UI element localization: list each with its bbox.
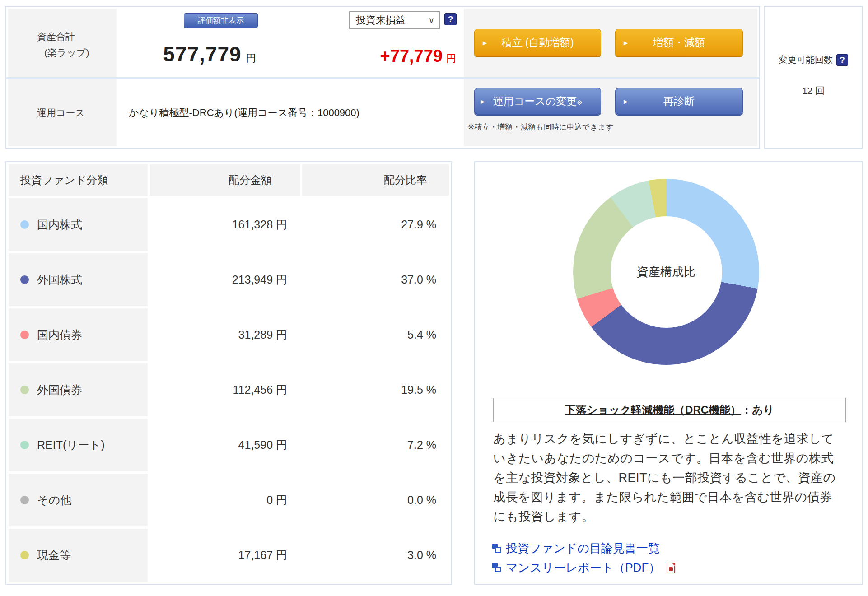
tsumitate-button[interactable]: ▶ 積立 (自動増額) <box>474 29 601 56</box>
table-row-ratio: 5.4 % <box>302 308 449 361</box>
course-row-label: 運用コース <box>8 79 117 146</box>
category-name: 国内債券 <box>37 327 82 342</box>
course-description: あまりリスクを気にしすぎずに、とことん収益性を追求して いきたいあなたのためのコ… <box>493 429 847 526</box>
category-name: REIT(リート) <box>37 438 105 452</box>
popup-window-icon <box>492 544 501 553</box>
asset-composition-donut-chart: 資産構成比 <box>573 179 759 365</box>
allocation-table-card: 投資ファンド分類 配分金額 配分比率 国内株式 161,328 円 27.9 %… <box>5 161 452 585</box>
course-change-note-mark: ※ <box>577 99 582 106</box>
drc-heading: 下落ショック軽減機能（DRC機能） <box>565 403 741 417</box>
prospectus-link[interactable]: 投資ファンドの目論見書一覧 <box>492 540 660 556</box>
table-row-amount: 31,289 円 <box>150 308 300 361</box>
table-row-amount: 0 円 <box>150 474 300 526</box>
asset-total-label: 資産合計 (楽ラップ) <box>8 9 117 77</box>
arrow-right-icon: ▶ <box>624 29 628 56</box>
arrow-right-icon: ▶ <box>481 88 485 114</box>
zougaku-gengaku-button[interactable]: ▶ 増額・減額 <box>615 29 743 56</box>
table-row-amount: 17,167 円 <box>150 529 300 582</box>
category-dot <box>20 551 29 559</box>
rediagnose-button[interactable]: ▶ 再診断 <box>615 88 743 115</box>
table-row-amount: 112,456 円 <box>150 363 300 416</box>
category-name: その他 <box>37 493 71 508</box>
profit-loss-value: +77,779 <box>380 47 443 65</box>
header-allocation-ratio: 配分比率 <box>302 164 449 196</box>
category-name: 国内株式 <box>37 217 82 232</box>
profit-loss-period-value: 投資来損益 <box>356 14 406 26</box>
drc-status: ：あり <box>741 403 774 417</box>
tsumitate-button-label: 積立 (自動増額) <box>502 37 574 48</box>
table-row-ratio: 27.9 % <box>302 198 449 251</box>
category-dot <box>20 275 29 284</box>
category-dot <box>20 496 29 504</box>
category-name: 外国債券 <box>37 382 82 397</box>
table-row-amount: 213,949 円 <box>150 253 300 306</box>
change-count-help-icon[interactable]: ? <box>836 54 848 66</box>
course-change-button[interactable]: ▶ 運用コースの変更※ <box>474 88 601 115</box>
table-row-label: 外国債券 <box>9 363 148 416</box>
total-asset-amount: 577,779円 <box>115 42 304 66</box>
monthly-report-link-label: マンスリーレポート（PDF） <box>506 560 660 576</box>
course-value: かなり積極型-DRCあり(運用コース番号：1000900) <box>129 79 359 146</box>
prospectus-link-label: 投資ファンドの目論見書一覧 <box>506 540 660 556</box>
table-row-ratio: 0.0 % <box>302 474 449 526</box>
table-row-label: REIT(リート) <box>9 419 148 471</box>
simultaneous-apply-note: ※積立・増額・減額も同時に申込できます <box>468 122 614 132</box>
change-count-label: 変更可能回数 <box>779 55 833 65</box>
arrow-right-icon: ▶ <box>483 29 487 56</box>
hide-valuation-button[interactable]: 評価額非表示 <box>184 13 258 28</box>
rediagnose-label: 再診断 <box>663 95 695 107</box>
change-count-panel: 変更可能回数? 12 回 <box>764 6 863 149</box>
header-fund-category: 投資ファンド分類 <box>9 164 148 196</box>
table-row-label: 外国株式 <box>9 253 148 306</box>
category-dot <box>20 386 29 394</box>
category-name: 現金等 <box>37 548 71 563</box>
row-divider <box>6 77 759 79</box>
header-allocation-amount: 配分金額 <box>150 164 300 196</box>
table-row-label: その他 <box>9 474 148 526</box>
table-row-amount: 41,590 円 <box>150 419 300 471</box>
table-row-label: 国内株式 <box>9 198 148 251</box>
table-row-label: 国内債券 <box>9 308 148 361</box>
donut-center-label: 資産構成比 <box>637 264 695 280</box>
profit-loss-period-select[interactable]: 投資来損益 ∨ <box>349 11 440 29</box>
change-count-row: 変更可能回数? <box>765 54 862 66</box>
table-row-ratio: 7.2 % <box>302 419 449 471</box>
monthly-report-link[interactable]: マンスリーレポート（PDF） <box>492 560 675 576</box>
category-name: 外国株式 <box>37 272 82 287</box>
donut-hole: 資産構成比 <box>611 216 722 328</box>
profit-loss-amount: +77,779円 <box>304 47 456 66</box>
category-dot <box>20 220 29 229</box>
zougaku-button-label: 増額・減額 <box>653 37 705 48</box>
chevron-down-icon: ∨ <box>429 12 434 28</box>
drc-feature-box: 下落ショック軽減機能（DRC機能）：あり <box>493 398 846 422</box>
page: 資産合計 (楽ラップ) 評価額非表示 577,779円 投資来損益 ∨ ? +7… <box>0 0 868 596</box>
table-row-ratio: 37.0 % <box>302 253 449 306</box>
asset-total-label-line2: (楽ラップ) <box>44 47 89 59</box>
table-row-label: 現金等 <box>9 529 148 582</box>
total-amount-value: 577,779 <box>163 42 241 66</box>
popup-window-icon <box>492 563 501 572</box>
allocation-table: 投資ファンド分類 配分金額 配分比率 国内株式 161,328 円 27.9 %… <box>9 164 449 582</box>
arrow-right-icon: ▶ <box>624 88 628 114</box>
pdf-icon <box>667 563 675 573</box>
profit-loss-help-icon[interactable]: ? <box>444 13 457 25</box>
table-row-amount: 161,328 円 <box>150 198 300 251</box>
asset-summary-card: 資産合計 (楽ラップ) 評価額非表示 577,779円 投資来損益 ∨ ? +7… <box>5 6 760 149</box>
asset-composition-card: 資産構成比 下落ショック軽減機能（DRC機能）：あり あまりリスクを気にしすぎず… <box>474 161 863 585</box>
category-dot <box>20 331 29 339</box>
asset-total-label-line1: 資産合計 <box>37 30 75 43</box>
course-change-label: 運用コースの変更 <box>493 95 577 107</box>
table-row-ratio: 19.5 % <box>302 363 449 416</box>
change-count-value: 12 回 <box>765 84 862 97</box>
table-row-ratio: 3.0 % <box>302 529 449 582</box>
total-amount-unit: 円 <box>246 52 256 64</box>
category-dot <box>20 441 29 449</box>
profit-loss-unit: 円 <box>446 53 456 64</box>
